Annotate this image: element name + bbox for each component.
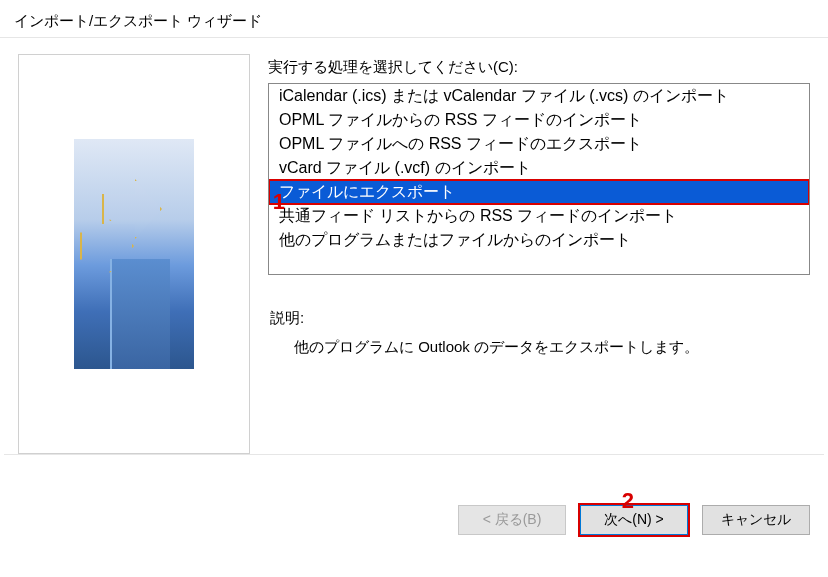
back-button: < 戻る(B) — [458, 505, 566, 535]
description-text: 他のプログラムに Outlook のデータをエクスポートします。 — [294, 338, 810, 357]
list-item[interactable]: 他のプログラムまたはファイルからのインポート — [269, 228, 809, 252]
graphic-block — [110, 259, 170, 369]
right-panel: 実行する処理を選択してください(C): iCalendar (.ics) または… — [268, 54, 810, 454]
list-item[interactable]: 共通フィード リストからの RSS フィードのインポート — [269, 204, 809, 228]
list-item-export-file[interactable]: ファイルにエクスポート — [269, 180, 809, 204]
annotation-2: 2 — [622, 488, 634, 514]
description-label: 説明: — [270, 309, 810, 328]
button-row: < 戻る(B) 2 次へ(N) > キャンセル — [0, 489, 828, 553]
list-item[interactable]: iCalendar (.ics) または vCalendar ファイル (.vc… — [269, 84, 809, 108]
next-button[interactable]: 2 次へ(N) > — [580, 505, 688, 535]
cancel-button[interactable]: キャンセル — [702, 505, 810, 535]
next-button-label: 次へ(N) > — [604, 511, 664, 529]
action-listbox[interactable]: iCalendar (.ics) または vCalendar ファイル (.vc… — [268, 83, 810, 275]
wizard-graphic — [74, 139, 194, 369]
wizard-graphic-panel — [18, 54, 250, 454]
main-area: 実行する処理を選択してください(C): iCalendar (.ics) または… — [0, 38, 828, 454]
list-item[interactable]: vCard ファイル (.vcf) のインポート — [269, 156, 809, 180]
annotation-1: 1 — [273, 189, 285, 215]
list-item[interactable]: OPML ファイルへの RSS フィードのエクスポート — [269, 132, 809, 156]
divider-bottom — [4, 454, 824, 455]
instruction-label: 実行する処理を選択してください(C): — [268, 58, 810, 77]
window-title: インポート/エクスポート ウィザード — [0, 0, 828, 37]
list-item[interactable]: OPML ファイルからの RSS フィードのインポート — [269, 108, 809, 132]
